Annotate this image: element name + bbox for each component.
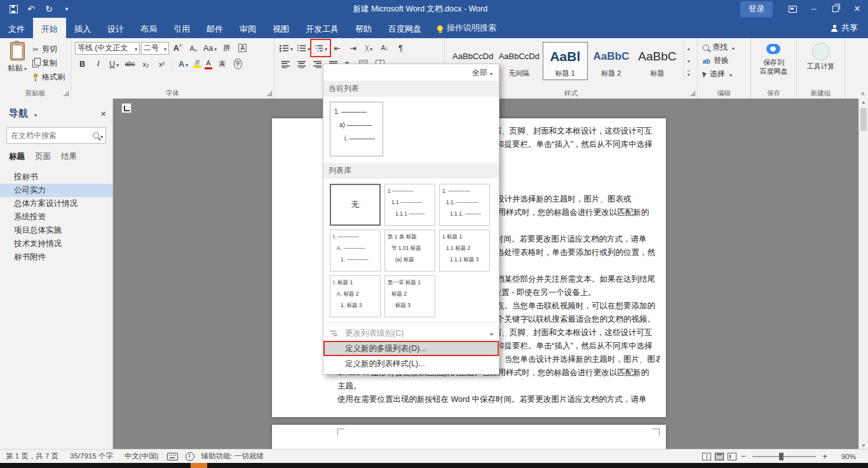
bold-button[interactable] (75, 57, 90, 71)
list-filter-dropdown[interactable]: 全部 (323, 64, 499, 79)
current-list-preview[interactable]: 1. ———— a) ———— i. ———— (330, 102, 383, 156)
style-heading-1[interactable]: AaBl标题 1 (543, 42, 588, 80)
document-search-box[interactable] (6, 127, 106, 144)
close-button[interactable] (846, 0, 868, 18)
scroll-up-icon[interactable] (859, 99, 868, 105)
tab-review[interactable]: 审阅 (231, 18, 264, 38)
decrease-indent-button[interactable] (330, 41, 344, 55)
share-button[interactable]: 共享 (831, 18, 868, 38)
align-center-button[interactable] (294, 57, 309, 71)
ribbon-display-options-icon[interactable] (782, 0, 803, 18)
save-to-baidu-netdisk-button[interactable]: 保存到 百度网盘 (753, 40, 794, 76)
document-next-page[interactable] (272, 425, 666, 449)
paste-button[interactable]: 粘贴 (2, 40, 32, 83)
nav-heading-item[interactable]: 系统投资 (0, 210, 112, 224)
tab-file[interactable]: 文件 (0, 18, 33, 38)
replace-button[interactable]: 替换 (700, 55, 749, 67)
list-style-option[interactable]: 1. ———— 1.1. ———— 1.1.1. ——— (439, 184, 490, 226)
font-family-combo[interactable]: 等线 (中文正文 (75, 42, 140, 55)
sort-button[interactable] (377, 41, 392, 55)
asian-layout-button[interactable] (362, 41, 376, 55)
tab-home[interactable]: 开始 (33, 18, 66, 38)
search-icon[interactable] (93, 132, 99, 139)
style-heading-2[interactable]: AaBbC标题 2 (589, 42, 634, 80)
redo-icon[interactable] (41, 1, 57, 17)
list-style-option[interactable]: 第 1 条 标题 节 1.01 标题 (a) 标题 (384, 230, 435, 272)
styles-scroll-down-icon[interactable] (684, 55, 694, 67)
enclose-characters-button[interactable] (231, 57, 245, 71)
scroll-down-icon[interactable] (859, 443, 868, 448)
minimize-button[interactable] (803, 0, 825, 18)
page-indicator[interactable]: 第 1 页，共 7 页 (0, 451, 64, 461)
grow-font-button[interactable] (170, 41, 185, 55)
nav-tab-results[interactable]: 结果 (61, 151, 77, 162)
save-icon[interactable] (5, 1, 22, 17)
nav-tab-headings[interactable]: 标题 (9, 151, 25, 162)
language-indicator[interactable]: 中文(中国) (119, 451, 165, 461)
tab-references[interactable]: 引用 (165, 18, 198, 38)
nav-heading-item[interactable]: 总体方案设计情况 (0, 197, 112, 210)
collapse-ribbon-icon[interactable] (860, 90, 865, 97)
text-effects-button[interactable] (176, 57, 191, 71)
nav-heading-item[interactable]: 技术支持情况 (0, 237, 112, 251)
nav-heading-item[interactable]: 项目总体实施 (0, 224, 112, 237)
list-style-option[interactable]: I. ———— A. ———— 1. ———— (330, 230, 381, 272)
tab-baidu-netdisk[interactable]: 百度网盘 (380, 18, 430, 38)
scrollbar-thumb[interactable] (860, 108, 867, 131)
list-style-option[interactable]: 1 标题 1 1.1 标题 2 1.1.1 标题 3 (439, 230, 490, 272)
copy-button[interactable]: 复制 (32, 57, 65, 69)
shrink-font-button[interactable] (186, 41, 201, 55)
style-title[interactable]: AaBbC标题 (635, 42, 680, 80)
tab-layout[interactable]: 布局 (132, 18, 165, 38)
bullets-button[interactable] (278, 41, 294, 55)
underline-button[interactable] (107, 57, 121, 71)
nav-tab-pages[interactable]: 页面 (35, 151, 51, 162)
superscript-button[interactable] (154, 57, 169, 71)
font-color-button[interactable] (203, 57, 214, 71)
define-new-multilevel-list-item[interactable]: 定义新的多级列表(D)... (323, 341, 499, 356)
zoom-slider[interactable] (752, 456, 816, 457)
tool-calculate-button[interactable]: 工具计算 (799, 40, 843, 71)
increase-indent-button[interactable] (346, 41, 360, 55)
format-painter-button[interactable]: 格式刷 (32, 71, 65, 83)
strikethrough-button[interactable] (123, 57, 137, 71)
subscript-button[interactable] (139, 57, 153, 71)
tab-insert[interactable]: 插入 (66, 18, 99, 38)
align-left-button[interactable] (278, 57, 293, 71)
navigation-menu-arrow-icon[interactable] (34, 108, 37, 120)
cut-button[interactable]: 剪切 (32, 43, 65, 55)
vertical-scrollbar[interactable] (858, 99, 868, 449)
numbering-button[interactable] (295, 41, 311, 55)
change-case-button[interactable] (202, 41, 218, 55)
list-style-option[interactable]: 第一章 标题 1 标题 2 标题 3 (384, 275, 435, 317)
tab-developer[interactable]: 开发工具 (297, 18, 347, 38)
nav-heading-item[interactable]: 投标书 (0, 170, 112, 184)
restore-button[interactable] (825, 0, 846, 18)
list-style-option[interactable]: I. 标题 1 A. 标题 2 1. 标题 3 (330, 275, 381, 317)
character-border-button[interactable] (235, 41, 250, 55)
find-button[interactable]: 查找 (700, 41, 749, 53)
customize-qat-icon[interactable] (58, 1, 75, 17)
web-layout-icon[interactable] (728, 453, 736, 460)
keyboard-icon[interactable] (167, 453, 178, 460)
print-layout-icon[interactable] (715, 453, 724, 460)
list-style-option[interactable]: 1 ———— 1.1 ———— 1.1.1 ——— (384, 184, 435, 226)
text-highlight-button[interactable] (192, 57, 202, 71)
font-dialog-launcher-icon[interactable] (267, 91, 272, 96)
tab-design[interactable]: 设计 (99, 18, 132, 38)
clipboard-dialog-launcher-icon[interactable] (64, 91, 69, 96)
accessibility-status[interactable]: 辅助功能: 一切就绪 (196, 451, 269, 461)
phonetic-guide-button[interactable] (219, 41, 234, 55)
italic-button[interactable] (91, 57, 105, 71)
multilevel-list-button[interactable] (313, 41, 329, 55)
word-count[interactable]: 35/7915 个字 (64, 451, 119, 461)
styles-dialog-launcher-icon[interactable] (690, 91, 695, 96)
tab-stop-selector[interactable] (121, 103, 132, 113)
character-shading-button[interactable] (215, 57, 229, 71)
sign-in-button[interactable]: 登录 (740, 1, 773, 17)
show-formatting-marks-button[interactable] (393, 41, 408, 55)
undo-icon[interactable] (23, 1, 39, 17)
read-mode-icon[interactable] (702, 453, 711, 460)
define-new-list-style-item[interactable]: 定义新的列表样式(L)... (323, 356, 499, 371)
zoom-in-icon[interactable] (820, 451, 830, 461)
